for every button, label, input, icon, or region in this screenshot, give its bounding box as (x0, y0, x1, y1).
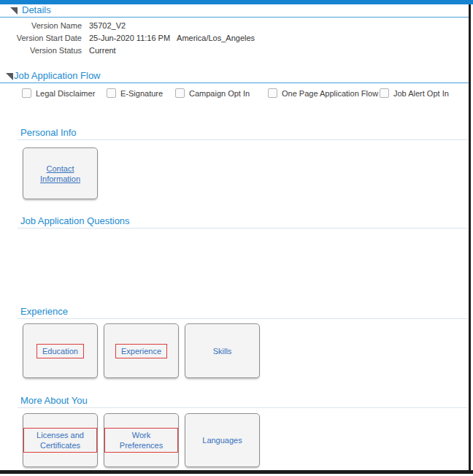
section-title-experience: Experience (20, 306, 68, 317)
contact-information-link[interactable]: Contact Information (26, 164, 95, 184)
version-name-value: 35702_V2 (89, 21, 126, 30)
details-disclosure-icon[interactable] (10, 7, 18, 15)
section-title-job-application-questions: Job Application Questions (20, 215, 130, 226)
experience-link[interactable]: Experience (115, 344, 167, 358)
checkbox-label: Campaign Opt In (189, 89, 250, 98)
checkbox-box[interactable] (22, 88, 31, 98)
card-work-preferences[interactable]: Work Preferences (104, 413, 179, 467)
card-skills[interactable]: Skills (185, 323, 260, 378)
window-right-border (469, 4, 471, 470)
flow-section-title[interactable]: Job Application Flow (14, 70, 101, 81)
details-header-divider (0, 17, 469, 18)
checkbox-label: One Page Application Flow (282, 89, 378, 98)
section-title-personal-info: Personal Info (20, 127, 77, 138)
section-divider (18, 139, 468, 140)
personal-info-card-row: Contact Information (23, 147, 98, 199)
version-start-date-label: Version Start Date (0, 34, 82, 42)
section-divider (18, 407, 468, 408)
checkbox-e-signature[interactable]: E-Signature (107, 88, 163, 98)
version-name-label: Version Name (0, 21, 82, 30)
version-start-date-text: 25-Jun-2020 11:16 PM (89, 34, 170, 42)
experience-card-row: Education Experience Skills (23, 323, 260, 378)
skills-link[interactable]: Skills (213, 346, 232, 356)
checkbox-label: Legal Disclaimer (36, 89, 95, 98)
education-link[interactable]: Education (36, 344, 84, 358)
card-languages[interactable]: Languages (185, 413, 260, 467)
checkbox-label: E-Signature (120, 89, 163, 98)
card-education[interactable]: Education (23, 323, 98, 378)
checkbox-legal-disclaimer[interactable]: Legal Disclaimer (22, 88, 95, 98)
checkbox-box[interactable] (107, 88, 116, 98)
section-divider (18, 228, 468, 229)
card-contact-information[interactable]: Contact Information (23, 147, 98, 199)
work-preferences-link[interactable]: Work Preferences (104, 428, 178, 453)
section-divider (18, 318, 468, 319)
version-status-value: Current (89, 46, 116, 55)
checkbox-box[interactable] (175, 88, 185, 98)
section-title-more-about-you: More About You (20, 395, 88, 406)
flow-header-divider (0, 82, 469, 83)
more-about-you-card-row: Licenses and Certificates Work Preferenc… (23, 413, 260, 467)
app-window: Details Version Name 35702_V2 Version St… (0, 0, 473, 476)
checkbox-one-page-application-flow[interactable]: One Page Application Flow (268, 88, 378, 98)
window-bottom-border (0, 470, 473, 474)
card-experience[interactable]: Experience (104, 323, 179, 378)
flow-disclosure-icon[interactable] (6, 73, 13, 80)
checkbox-campaign-opt-in[interactable]: Campaign Opt In (175, 88, 250, 98)
checkbox-label: Job Alert Opt In (393, 89, 449, 98)
version-status-label: Version Status (0, 46, 82, 55)
languages-link[interactable]: Languages (202, 435, 242, 445)
checkbox-box[interactable] (380, 88, 389, 98)
version-timezone-text: America/Los_Angeles (177, 34, 255, 42)
details-section-title[interactable]: Details (22, 4, 51, 15)
checkbox-box[interactable] (268, 88, 277, 98)
top-accent-bar (0, 0, 473, 4)
checkbox-job-alert-opt-in[interactable]: Job Alert Opt In (380, 88, 449, 98)
card-licenses-and-certificates[interactable]: Licenses and Certificates (23, 413, 98, 467)
licenses-and-certificates-link[interactable]: Licenses and Certificates (23, 428, 97, 453)
version-start-date-value: 25-Jun-2020 11:16 PMAmerica/Los_Angeles (89, 34, 255, 42)
